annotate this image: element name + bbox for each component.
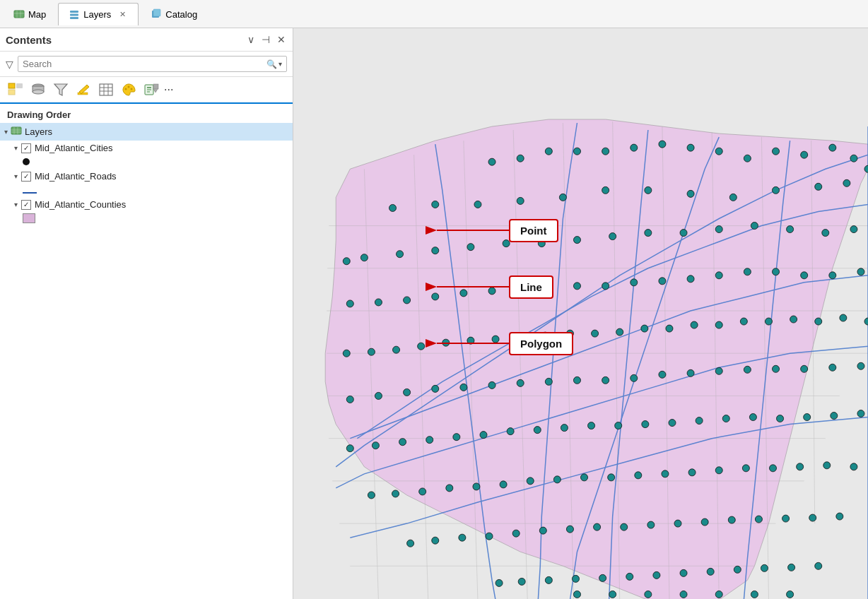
- map-tab-icon: [13, 8, 25, 20]
- svg-point-63: [773, 186, 780, 194]
- tool-database[interactable]: [28, 80, 48, 100]
- svg-point-109: [346, 300, 353, 307]
- svg-point-152: [831, 413, 838, 420]
- svg-rect-8: [16, 83, 23, 88]
- svg-point-213: [653, 571, 660, 579]
- svg-rect-1: [70, 11, 78, 13]
- svg-point-202: [512, 530, 520, 537]
- search-dropdown-icon[interactable]: ▾: [278, 60, 282, 68]
- svg-point-51: [850, 155, 857, 162]
- svg-point-192: [782, 515, 790, 522]
- tool-more-button[interactable]: ···: [164, 83, 173, 96]
- svg-point-198: [621, 523, 628, 530]
- point-callout-box: Point: [509, 219, 558, 242]
- svg-point-208: [788, 564, 795, 571]
- cities-checkbox[interactable]: [21, 143, 31, 153]
- layer-item-roads-row[interactable]: ▾ Mid_Atlantic_Roads: [14, 171, 288, 182]
- svg-point-82: [609, 233, 616, 240]
- svg-point-225: [609, 591, 616, 598]
- filter-icon: ▽: [6, 59, 13, 70]
- svg-point-95: [744, 268, 751, 275]
- tab-layers-close[interactable]: ✕: [117, 9, 128, 20]
- svg-point-164: [507, 428, 514, 435]
- contents-toolbar: ···: [0, 77, 293, 104]
- svg-point-83: [573, 237, 580, 244]
- tool-filter-layer[interactable]: [51, 80, 71, 100]
- svg-point-71: [517, 197, 524, 204]
- tool-label[interactable]: [141, 80, 161, 100]
- svg-point-185: [473, 483, 480, 490]
- search-input[interactable]: [23, 59, 264, 69]
- svg-point-140: [631, 374, 638, 381]
- svg-point-111: [840, 314, 847, 321]
- svg-point-130: [368, 348, 375, 355]
- collapse-icon[interactable]: ∨: [246, 32, 256, 47]
- counties-checkbox[interactable]: [21, 200, 31, 210]
- svg-point-67: [687, 190, 694, 197]
- svg-point-205: [432, 537, 439, 544]
- svg-point-159: [642, 421, 649, 428]
- tool-draw-order[interactable]: [6, 80, 25, 100]
- svg-point-148: [404, 389, 411, 396]
- contents-title: Contents: [6, 34, 52, 46]
- layers-group[interactable]: ▾ Layers: [0, 123, 293, 141]
- svg-point-78: [751, 223, 758, 230]
- svg-point-180: [608, 474, 615, 481]
- svg-point-50: [829, 144, 836, 151]
- tab-catalog[interactable]: Catalog: [140, 3, 208, 25]
- tab-catalog-label: Catalog: [165, 9, 197, 20]
- roads-symbol: [0, 184, 293, 197]
- tab-map[interactable]: Map: [3, 3, 57, 25]
- pin-icon[interactable]: ⊣: [260, 32, 271, 47]
- svg-point-93: [801, 272, 808, 279]
- map-area[interactable]: Point Line: [293, 28, 868, 599]
- svg-point-158: [669, 420, 676, 427]
- svg-point-59: [545, 148, 552, 155]
- svg-point-61: [488, 158, 495, 165]
- svg-point-69: [602, 186, 609, 194]
- svg-point-137: [715, 367, 722, 374]
- svg-point-194: [728, 516, 735, 523]
- svg-point-221: [751, 591, 758, 598]
- svg-point-141: [602, 376, 609, 384]
- tab-layers[interactable]: Layers ✕: [58, 3, 139, 25]
- svg-point-77: [787, 226, 794, 233]
- svg-point-135: [773, 365, 780, 372]
- svg-point-184: [500, 481, 507, 488]
- layer-item-counties-row[interactable]: ▾ Mid_Atlantic_Counties: [14, 199, 288, 210]
- roads-expand-icon[interactable]: ▾: [14, 172, 18, 180]
- svg-point-52: [744, 155, 751, 162]
- svg-point-199: [594, 523, 601, 530]
- layer-item-cities-row[interactable]: ▾ Mid_Atlantic_Cities: [14, 143, 288, 153]
- svg-point-169: [372, 442, 379, 449]
- point-arrow: [431, 229, 509, 232]
- svg-point-108: [375, 299, 382, 306]
- svg-point-58: [573, 148, 580, 155]
- svg-point-73: [432, 201, 439, 208]
- search-button[interactable]: 🔍: [266, 59, 277, 69]
- svg-point-54: [687, 144, 694, 151]
- svg-point-215: [599, 574, 606, 581]
- tab-map-label: Map: [28, 9, 46, 20]
- tool-table[interactable]: [96, 80, 116, 100]
- svg-point-151: [857, 410, 864, 417]
- svg-point-100: [602, 283, 609, 290]
- roads-checkbox[interactable]: [21, 172, 31, 182]
- svg-point-171: [850, 463, 857, 470]
- contents-panel: Contents ∨ ⊣ ✕ ▽ 🔍 ▾: [0, 28, 293, 599]
- counties-expand-icon[interactable]: ▾: [14, 201, 18, 208]
- svg-rect-0: [14, 11, 24, 18]
- tool-style[interactable]: [119, 80, 139, 100]
- svg-point-98: [659, 278, 666, 285]
- tool-edit[interactable]: [74, 80, 93, 100]
- svg-point-60: [517, 155, 524, 162]
- svg-point-107: [404, 297, 411, 304]
- map-canvas: [293, 28, 868, 599]
- svg-point-56: [631, 144, 638, 151]
- cities-expand-icon[interactable]: ▾: [14, 144, 18, 152]
- svg-point-106: [432, 293, 439, 300]
- svg-point-168: [399, 439, 406, 446]
- close-icon[interactable]: ✕: [276, 32, 287, 47]
- svg-point-138: [687, 369, 694, 376]
- layers-group-expand-icon[interactable]: ▾: [4, 128, 8, 136]
